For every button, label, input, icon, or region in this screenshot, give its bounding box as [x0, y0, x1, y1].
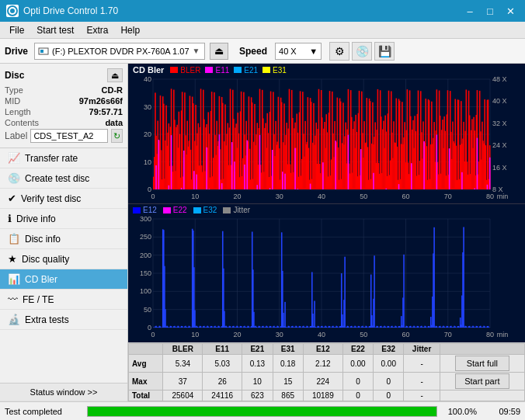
sidebar-item-status-window[interactable]: Status window >> — [0, 383, 127, 401]
sidebar-item-label: FE / TE — [23, 294, 54, 305]
sidebar-item-label: Transfer rate — [25, 153, 78, 164]
extra-tests-icon: 🔬 — [8, 314, 20, 325]
sidebar-item-label: Verify test disc — [21, 193, 81, 204]
status-text: Test completed — [5, 407, 82, 416]
chart-bottom: E12 E22 E32 Jitter — [128, 204, 525, 342]
col-header-e32: E32 — [374, 344, 404, 355]
max-bler: 37 — [163, 373, 203, 390]
avg-e21: 0.13 — [242, 355, 273, 373]
total-label: Total — [129, 390, 163, 401]
sidebar-item-label: Drive info — [16, 213, 56, 224]
total-e12: 10189 — [303, 390, 342, 401]
e21-color — [234, 67, 242, 73]
charts-area: CD Bler BLER E11 E21 — [128, 64, 525, 342]
disc-quality-icon: ★ — [8, 253, 17, 265]
sidebar-item-drive-info[interactable]: ℹ Drive info — [0, 209, 127, 229]
max-e11: 26 — [203, 373, 242, 390]
progress-bar-fill — [88, 407, 436, 416]
start-full-cell: Start full — [440, 355, 524, 373]
cd-bler-icon: 📊 — [8, 273, 20, 285]
sidebar-item-disc-info[interactable]: 📋 Disc info — [0, 229, 127, 249]
max-e21: 10 — [242, 373, 273, 390]
sidebar-item-label: Extra tests — [25, 314, 69, 325]
stats-table: BLER E11 E21 E31 E12 E22 E32 Jitter Avg — [128, 343, 525, 401]
length-key: Length — [5, 107, 31, 116]
label-input[interactable] — [30, 129, 108, 143]
sidebar-item-label: Create test disc — [25, 173, 89, 184]
minimize-button[interactable]: – — [461, 3, 478, 19]
contents-value: data — [105, 118, 123, 127]
chart-top: CD Bler BLER E11 E21 — [128, 64, 525, 204]
legend-e31: E31 — [262, 66, 287, 75]
time-display: 09:59 — [482, 407, 520, 416]
menu-extra[interactable]: Extra — [80, 23, 114, 37]
chart-top-title: CD Bler — [133, 65, 164, 75]
menu-bar: File Start test Extra Help — [0, 22, 525, 39]
drive-select[interactable]: (F:) PLEXTOR DVDR PX-760A 1.07 ▼ — [34, 43, 205, 60]
legend-e21-label: E21 — [244, 66, 258, 75]
total-e22: 0 — [342, 390, 373, 401]
main-area: Disc ⏏ Type CD-R MID 97m26s66f Length 79… — [0, 64, 525, 401]
toolbar: Drive (F:) PLEXTOR DVDR PX-760A 1.07 ▼ ⏏… — [0, 39, 525, 64]
avg-e22: 0.00 — [342, 355, 373, 373]
maximize-button[interactable]: □ — [482, 3, 499, 19]
stats-area: BLER E11 E21 E31 E12 E22 E32 Jitter Avg — [128, 342, 525, 401]
drive-info-icon: ℹ — [8, 213, 12, 224]
sidebar-item-label: Disc info — [25, 234, 61, 245]
avg-label: Avg — [129, 355, 163, 373]
max-jitter: - — [404, 373, 440, 390]
menu-file[interactable]: File — [3, 23, 30, 37]
sidebar-item-create-test-disc[interactable]: 💿 Create test disc — [0, 168, 127, 189]
max-label: Max — [129, 373, 163, 390]
app-title: Opti Drive Control 1.70 — [23, 5, 118, 16]
sidebar: Disc ⏏ Type CD-R MID 97m26s66f Length 79… — [0, 64, 128, 401]
progress-bar — [87, 406, 437, 417]
sidebar-item-fe-te[interactable]: 〰 FE / TE — [0, 290, 127, 310]
verify-test-disc-icon: ✔ — [8, 193, 16, 204]
toolbar-disc-button[interactable]: 💿 — [352, 42, 372, 61]
legend-e31-label: E31 — [273, 66, 287, 75]
disc-info-icon: 📋 — [8, 233, 20, 245]
sidebar-item-disc-quality[interactable]: ★ Disc quality — [0, 249, 127, 269]
start-part-cell: Start part — [440, 373, 524, 390]
col-header-e31: E31 — [273, 344, 303, 355]
fe-te-icon: 〰 — [8, 293, 18, 305]
sidebar-item-verify-test-disc[interactable]: ✔ Verify test disc — [0, 189, 127, 209]
menu-start-test[interactable]: Start test — [30, 23, 80, 37]
sidebar-item-extra-tests[interactable]: 🔬 Extra tests — [0, 310, 127, 330]
max-e32: 0 — [374, 373, 404, 390]
menu-help[interactable]: Help — [114, 23, 146, 37]
close-button[interactable]: ✕ — [502, 3, 519, 19]
legend-e21: E21 — [234, 66, 258, 75]
speed-select[interactable]: 40 X ▼ — [275, 43, 322, 60]
refresh-button[interactable]: ↻ — [111, 129, 123, 143]
total-e21: 623 — [242, 390, 273, 401]
col-header-btn — [440, 344, 524, 355]
disc-panel: Disc ⏏ Type CD-R MID 97m26s66f Length 79… — [0, 64, 127, 148]
disc-eject-button[interactable]: ⏏ — [107, 68, 123, 82]
legend-e22: E22 — [163, 206, 187, 214]
total-e11: 24116 — [203, 390, 242, 401]
toolbar-save-button[interactable]: 💾 — [374, 42, 395, 61]
legend-e32-label: E32 — [203, 206, 217, 214]
svg-point-1 — [10, 9, 15, 13]
window-controls: – □ ✕ — [461, 3, 519, 19]
eject-button[interactable]: ⏏ — [210, 43, 228, 60]
total-e31: 865 — [273, 390, 303, 401]
speed-arrow-icon: ▼ — [309, 47, 318, 56]
legend-bler: BLER — [170, 66, 200, 75]
drive-value: (F:) PLEXTOR DVDR PX-760A 1.07 — [52, 47, 189, 56]
col-header-e11: E11 — [203, 344, 242, 355]
sidebar-item-transfer-rate[interactable]: 📈 Transfer rate — [0, 148, 127, 168]
toolbar-settings-button[interactable]: ⚙ — [329, 42, 349, 61]
content-area: CD Bler BLER E11 E21 — [128, 64, 525, 401]
col-header-e12: E12 — [303, 344, 342, 355]
start-part-button[interactable]: Start part — [455, 373, 509, 389]
table-row-max: Max 37 26 10 15 224 0 0 - Start part — [129, 373, 525, 390]
start-full-button[interactable]: Start full — [455, 356, 509, 371]
sidebar-item-cd-bler[interactable]: 📊 CD Bler — [0, 269, 127, 290]
col-header-jitter: Jitter — [404, 344, 440, 355]
legend-jitter: Jitter — [223, 206, 250, 214]
status-bar: Test completed 100.0% 09:59 — [0, 401, 525, 420]
progress-percent: 100.0% — [442, 407, 477, 416]
